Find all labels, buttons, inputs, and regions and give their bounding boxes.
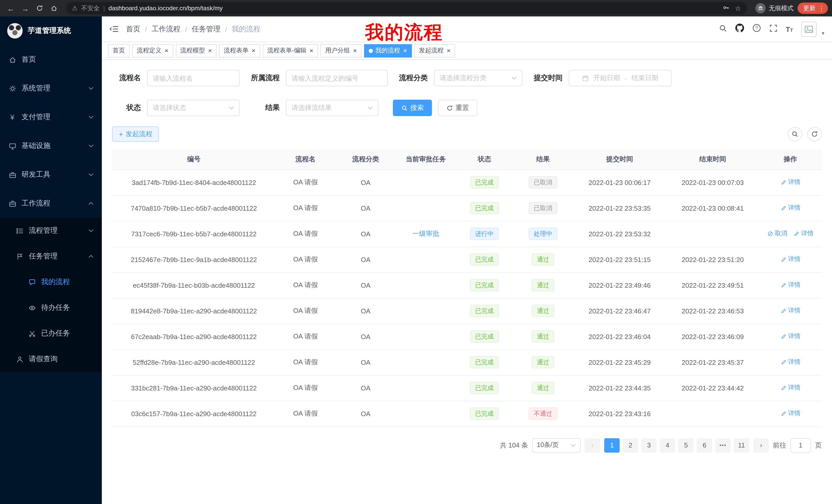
tab-item[interactable]: 流程模型× [176, 44, 216, 57]
detail-action-link[interactable]: 详情 [780, 384, 800, 392]
cell-submit-time: 2022-01-22 23:43:16 [573, 401, 667, 426]
avatar-caret-icon[interactable]: ▾ [822, 30, 824, 37]
github-icon[interactable] [735, 24, 744, 34]
reset-button[interactable]: 重置 [438, 100, 477, 116]
font-size-icon[interactable]: TT [786, 24, 793, 34]
cancel-action-link[interactable]: 取消 [767, 229, 787, 238]
pager-page[interactable]: 4 [660, 438, 675, 452]
detail-action-link[interactable]: 详情 [780, 204, 800, 213]
tab-item[interactable]: 首页 [108, 44, 130, 57]
sidebar-item-payment[interactable]: ¥ 支付管理 [0, 103, 102, 132]
tab-close-icon[interactable]: × [447, 47, 450, 54]
sidebar-item-infrastructure[interactable]: 基础设施 [0, 132, 102, 160]
process-definition-input[interactable] [286, 70, 388, 86]
submit-time-range-picker[interactable]: 开始日期 - 结束日期 [569, 70, 672, 86]
sidebar-item-devtools[interactable]: 研发工具 [0, 160, 102, 189]
annotation-title: 我的流程 [365, 20, 443, 45]
avatar[interactable] [801, 21, 816, 37]
sidebar-collapse-icon[interactable] [109, 25, 118, 33]
user-icon [16, 355, 24, 363]
address-bar[interactable]: ⚠ 不安全 | dashboard.yudao.iocoder.cn/bpm/t… [66, 2, 747, 15]
incognito-icon [755, 3, 766, 13]
fullscreen-icon[interactable] [769, 24, 778, 34]
pager-page[interactable]: 6 [697, 438, 712, 452]
detail-action-link[interactable]: 详情 [780, 255, 800, 264]
app-logo[interactable]: 芋道管理系统 [0, 17, 102, 45]
chat-bubble-icon [28, 278, 36, 286]
detail-action-link[interactable]: 详情 [780, 306, 800, 315]
tab-close-icon[interactable]: × [403, 47, 407, 54]
tab-item[interactable]: 流程表单× [219, 44, 260, 57]
sidebar-item-leave-query[interactable]: 请假查询 [0, 346, 102, 372]
browser-menu-dots-icon[interactable]: ⋮ [818, 4, 825, 12]
sidebar-item-system[interactable]: 系统管理 [0, 74, 102, 103]
detail-action-link[interactable]: 详情 [780, 281, 800, 289]
sidebar-item-done-tasks[interactable]: 已办任务 [0, 320, 102, 346]
table-refresh-button[interactable] [807, 127, 822, 141]
breadcrumb-item[interactable]: 工作流程 [152, 24, 181, 34]
tab-item[interactable]: 我的流程× [364, 44, 412, 57]
password-key-icon[interactable] [723, 4, 730, 12]
breadcrumb-item[interactable]: 任务管理 [192, 24, 220, 34]
status-badge: 进行中 [470, 228, 499, 240]
cell-status: 已完成 [456, 195, 513, 221]
pager-page[interactable]: 11 [734, 438, 749, 452]
browser-update-button[interactable]: 更新 ⋮ [798, 3, 828, 14]
tab-item[interactable]: 流程定义× [132, 44, 173, 57]
breadcrumb-item[interactable]: 首页 [126, 24, 140, 34]
incognito-label: 无痕模式 [769, 4, 794, 12]
cell-current-task [396, 298, 456, 324]
status-badge: 已完成 [470, 382, 499, 394]
pager-next-button[interactable]: › [753, 438, 769, 452]
tab-close-icon[interactable]: × [208, 47, 212, 54]
process-name-input[interactable] [147, 70, 240, 86]
pager-page[interactable]: 3 [641, 438, 657, 452]
tab-item[interactable]: 流程表单-编辑× [263, 44, 318, 57]
page-size-select[interactable]: 10条/页 [532, 438, 580, 452]
plus-icon: + [119, 131, 123, 138]
status-select[interactable]: 请选择状态 [147, 100, 240, 116]
sidebar-item-task-management[interactable]: 任务管理 [0, 244, 102, 269]
detail-action-link[interactable]: 详情 [780, 178, 800, 187]
browser-forward-icon[interactable]: → [19, 2, 32, 15]
detail-action-link[interactable]: 详情 [780, 358, 800, 367]
current-task-link[interactable]: 一级审批 [412, 229, 439, 239]
sidebar-item-process-management[interactable]: 流程管理 [0, 218, 102, 244]
browser-back-icon[interactable]: ← [4, 2, 18, 15]
result-select[interactable]: 请选择流结果 [286, 100, 379, 116]
tab-close-icon[interactable]: × [310, 47, 313, 54]
help-question-icon[interactable]: ? [752, 24, 761, 34]
tab-close-icon[interactable]: × [252, 47, 255, 54]
search-button[interactable]: 搜索 [393, 100, 432, 116]
sidebar-item-label: 研发工具 [22, 170, 50, 179]
pager-page[interactable]: 2 [623, 438, 638, 452]
sidebar-item-todo-tasks[interactable]: 待办任务 [0, 295, 102, 320]
table-search-toggle-button[interactable] [788, 127, 802, 141]
chevron-down-icon [88, 173, 94, 176]
tab-close-icon[interactable]: × [353, 47, 357, 54]
bookmark-star-icon[interactable]: ☆ [735, 4, 741, 12]
tab-close-icon[interactable]: × [164, 47, 168, 54]
pager-page[interactable]: 1 [604, 438, 620, 452]
browser-home-icon[interactable] [47, 2, 61, 15]
category-select[interactable]: 请选择流程分类 [434, 70, 522, 86]
sidebar-item-label: 我的流程 [41, 277, 70, 287]
detail-action-link[interactable]: 详情 [780, 409, 800, 418]
browser-reload-icon[interactable] [33, 2, 46, 15]
detail-action-link[interactable]: 详情 [794, 229, 813, 238]
sidebar-item-my-process[interactable]: 我的流程 [0, 269, 102, 295]
sidebar-item-workflow[interactable]: 工作流程 [0, 189, 102, 218]
tab-item[interactable]: 发起流程× [414, 44, 455, 57]
create-process-button[interactable]: + 发起流程 [112, 127, 159, 142]
cell-current-task [396, 324, 456, 349]
column-header: 提交时间 [573, 149, 667, 170]
sidebar-item-home[interactable]: 首页 [0, 45, 102, 74]
pager-page[interactable]: 5 [678, 438, 694, 452]
pager-prev-button[interactable]: ‹ [585, 438, 600, 452]
detail-action-link[interactable]: 详情 [780, 332, 800, 341]
search-icon[interactable] [719, 24, 727, 34]
tab-item[interactable]: 用户分组× [321, 44, 362, 57]
chevron-up-icon [88, 255, 94, 258]
tab-label: 流程表单-编辑 [267, 46, 307, 55]
goto-page-input[interactable] [790, 438, 811, 452]
